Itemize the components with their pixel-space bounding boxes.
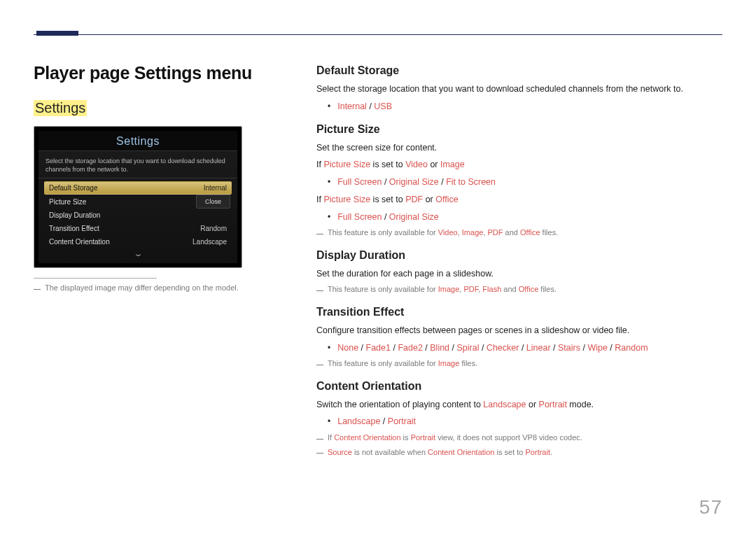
desc-default-storage: Select the storage location that you wan… <box>316 83 722 96</box>
note-content-orientation-2: Source is not available when Content Ori… <box>316 447 722 458</box>
cond-picture-size-pdf-office: If Picture Size is set to PDF or Office <box>316 193 722 206</box>
tv-row-display-duration: Display Duration <box>44 209 232 222</box>
section-content-orientation: Content Orientation Switch the orientati… <box>316 380 722 458</box>
cond-picture-size-video-image: If Picture Size is set to Video or Image <box>316 158 722 171</box>
bullet-icon: • <box>328 211 330 224</box>
tv-desc: Select the storage location that you wan… <box>44 155 232 178</box>
heading-picture-size: Picture Size <box>316 123 722 136</box>
tv-settings-title: Settings <box>38 131 237 150</box>
opt-full-screen: Full Screen <box>337 177 382 187</box>
options-picture-size-1: • Full Screen / Original Size / Fit to S… <box>328 176 722 189</box>
tv-close-button: Close <box>196 195 230 209</box>
tv-scroll-down-indicator: ⌄ <box>44 248 232 260</box>
section-heading-highlighted: Settings <box>34 100 87 116</box>
dash-icon <box>316 433 323 444</box>
opt-checker: Checker <box>486 343 519 353</box>
opt-portrait: Portrait <box>388 416 416 426</box>
opt-fade2: Fade2 <box>398 343 422 353</box>
opt-wipe: Wipe <box>587 343 607 353</box>
heading-default-storage: Default Storage <box>316 64 722 77</box>
header-rule <box>34 27 722 36</box>
tv-row-content-orientation: Content Orientation Landscape <box>44 235 232 248</box>
section-default-storage: Default Storage Select the storage locat… <box>316 64 722 113</box>
options-transition-effect: • None / Fade1 / Fade2 / Blind / Spiral … <box>328 342 722 355</box>
dash-icon <box>316 447 323 458</box>
section-display-duration: Display Duration Set the duration for ea… <box>316 249 722 296</box>
tv-row-transition-effect: Transition Effect Random <box>44 222 232 235</box>
note-display-duration: This feature is only available for Image… <box>316 284 722 295</box>
opt-blind: Blind <box>430 343 449 353</box>
dash-icon <box>34 283 41 294</box>
figure-disclaimer: The displayed image may differ depending… <box>34 283 286 294</box>
opt-spiral: Spiral <box>456 343 479 353</box>
note-content-orientation-1: If Content Orientation is Portrait view,… <box>316 433 722 444</box>
tv-row-value: Internal <box>204 184 227 192</box>
heading-transition-effect: Transition Effect <box>316 306 722 318</box>
opt-full-screen: Full Screen <box>337 212 382 222</box>
section-transition-effect: Transition Effect Configure transition e… <box>316 306 722 370</box>
bullet-icon: • <box>328 342 330 355</box>
dash-icon <box>316 227 323 239</box>
opt-usb: USB <box>374 101 392 111</box>
opt-fit-to-screen: Fit to Screen <box>446 177 496 187</box>
section-picture-size: Picture Size Set the screen size for con… <box>316 123 722 239</box>
figure-disclaimer-text: The displayed image may differ depending… <box>45 283 239 293</box>
opt-none: None <box>337 343 358 353</box>
right-column: Default Storage Select the storage locat… <box>316 63 722 468</box>
tv-row-label: Display Duration <box>49 211 100 219</box>
page-title: Player page Settings menu <box>34 63 286 83</box>
desc-picture-size: Set the screen size for content. <box>316 141 722 155</box>
options-default-storage: • Internal / USB <box>328 100 722 113</box>
note-transition-effect: This feature is only available for Image… <box>316 358 722 370</box>
options-picture-size-2: • Full Screen / Original Size <box>328 211 722 224</box>
bullet-icon: • <box>328 176 330 189</box>
screenshot-figure: Settings Select the storage location tha… <box>34 126 242 268</box>
tv-row-picture-size: Picture Size <box>44 195 196 209</box>
tv-row-value: Random <box>200 225 227 232</box>
tv-row-label: Content Orientation <box>49 238 110 246</box>
opt-original-size: Original Size <box>389 177 439 187</box>
desc-content-orientation: Switch the orientation of playing conten… <box>316 398 722 412</box>
note-picture-size: This feature is only available for Video… <box>316 227 722 239</box>
chevron-down-icon: ⌄ <box>133 250 143 258</box>
desc-display-duration: Set the duration for each page in a slid… <box>316 267 722 281</box>
opt-landscape: Landscape <box>337 416 380 426</box>
opt-internal: Internal <box>337 101 367 111</box>
heading-display-duration: Display Duration <box>316 249 722 262</box>
tv-row-label: Transition Effect <box>49 225 99 232</box>
left-column: Player page Settings menu Settings Setti… <box>34 63 286 468</box>
dash-icon <box>316 284 323 295</box>
opt-original-size: Original Size <box>389 212 439 222</box>
tv-desc-line2: channels from the network to. <box>46 165 230 174</box>
opt-fade1: Fade1 <box>366 343 391 353</box>
page-number: 57 <box>699 496 722 519</box>
tv-row-value: Landscape <box>192 238 227 246</box>
tv-row-default-storage: Default Storage Internal <box>44 181 232 195</box>
bullet-icon: • <box>328 415 330 428</box>
dash-icon <box>316 358 323 370</box>
tv-row-label: Default Storage <box>49 184 98 192</box>
opt-random: Random <box>615 343 648 353</box>
opt-linear: Linear <box>526 343 551 353</box>
opt-stairs: Stairs <box>558 343 580 353</box>
heading-content-orientation: Content Orientation <box>316 380 722 393</box>
figure-note-rule <box>34 278 157 279</box>
desc-transition-effect: Configure transition effects between pag… <box>316 324 722 337</box>
options-content-orientation: • Landscape / Portrait <box>328 415 722 428</box>
tv-desc-line1: Select the storage location that you wan… <box>46 157 230 165</box>
bullet-icon: • <box>328 100 330 113</box>
tv-row-label: Picture Size <box>49 198 86 206</box>
